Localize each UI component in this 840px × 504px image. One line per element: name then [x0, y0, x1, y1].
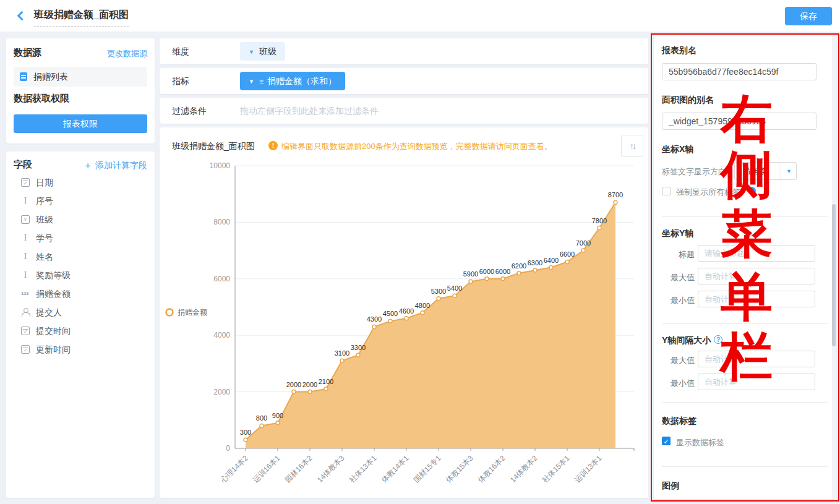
label-direction-value: 左倾斜 [735, 163, 779, 179]
datasource-panel: 数据源 更改数据源 捐赠列表 数据获取权限 报表权限 [6, 38, 155, 143]
field-item-serial[interactable]: I序号 [6, 192, 155, 210]
svg-text:8700: 8700 [608, 191, 623, 199]
dimension-row: 维度 ▼班级 [160, 38, 648, 64]
divider [662, 402, 828, 403]
data-label-title: 数据标签 [662, 416, 696, 427]
fields-panel: 字段 ＋添加计算字段 日期 I序号 班级 I学号 I姓名 I奖励等级 123捐赠… [6, 152, 155, 498]
svg-text:14体教本2: 14体教本2 [508, 453, 539, 484]
label-direction-select[interactable]: 左倾斜 ▼ [734, 162, 797, 180]
sort-icon[interactable]: ↑↓ [621, 135, 643, 157]
number-icon: 123 [21, 289, 30, 298]
info-icon[interactable] [748, 187, 756, 195]
svg-text:社体15本1: 社体15本1 [540, 453, 571, 484]
field-item-donation-amount[interactable]: 123捐赠金额 [6, 284, 155, 303]
svg-text:社体13本1: 社体13本1 [347, 453, 378, 484]
svg-text:5900: 5900 [463, 270, 478, 278]
show-data-label-checkbox[interactable]: ✓ [662, 437, 671, 445]
field-item-submitter[interactable]: 提交人 [6, 303, 155, 322]
svg-text:2100: 2100 [319, 378, 333, 385]
help-icon[interactable]: ? [714, 335, 722, 344]
svg-text:300: 300 [240, 429, 251, 436]
chevron-down-icon: ▼ [249, 79, 254, 85]
yaxis-max-input[interactable] [698, 268, 815, 284]
report-permission-button[interactable]: 报表权限 [14, 114, 147, 133]
divider [662, 216, 828, 217]
field-item-date[interactable]: 日期 [6, 173, 155, 192]
svg-text:6000: 6000 [495, 268, 510, 275]
force-labels-checkbox[interactable] [662, 187, 671, 195]
report-alias-input[interactable] [662, 63, 816, 80]
svg-text:6400: 6400 [544, 257, 559, 264]
filter-row[interactable]: 过滤条件 拖动左侧字段到此处来添加过滤条件 [160, 98, 648, 124]
top-header: 班级捐赠金额_面积图 保存 [0, 0, 840, 32]
svg-text:3300: 3300 [351, 344, 366, 351]
svg-text:10000: 10000 [210, 161, 231, 170]
text-icon: I [21, 252, 30, 261]
change-datasource-link[interactable]: 更改数据源 [107, 48, 147, 59]
svg-text:6300: 6300 [528, 259, 542, 267]
yaxis-caption-label: 标题 [662, 249, 695, 260]
interval-max-label: 最大值 [662, 355, 695, 366]
svg-text:3100: 3100 [335, 349, 349, 357]
interval-min-input[interactable] [698, 374, 815, 390]
svg-text:4800: 4800 [415, 302, 430, 309]
page-title: 班级捐赠金额_面积图 [34, 9, 129, 27]
svg-text:14体教本3: 14体教本3 [315, 453, 346, 484]
person-icon [21, 308, 30, 317]
fields-title: 字段 [14, 159, 32, 171]
save-button[interactable]: 保存 [785, 7, 832, 25]
svg-text:2000: 2000 [213, 388, 230, 396]
svg-text:8000: 8000 [213, 218, 230, 226]
svg-text:800: 800 [256, 414, 267, 422]
dimension-label: 维度 [172, 38, 189, 64]
svg-text:4000: 4000 [213, 331, 230, 340]
svg-text:4600: 4600 [399, 307, 414, 315]
svg-text:0: 0 [226, 444, 230, 453]
warning-text: 编辑界面只取数据源前200条作为查询数据预览，完整数据请访问页面查看。 [281, 141, 552, 152]
svg-text:6000: 6000 [479, 268, 494, 275]
calendar-icon [21, 327, 30, 335]
area-alias-label: 面积图的别名 [662, 95, 714, 106]
divider [662, 466, 828, 467]
field-item-name[interactable]: I姓名 [6, 247, 155, 266]
svg-text:5400: 5400 [447, 284, 462, 292]
field-item-update-time[interactable]: 更新时间 [6, 340, 155, 359]
back-icon[interactable] [17, 11, 27, 21]
datasource-item[interactable]: 捐赠列表 [14, 67, 147, 87]
settings-panel: 报表别名 面积图的别名 坐标X轴 标签文字显示方向 左倾斜 ▼ 强制显示所有标签… [654, 35, 836, 499]
document-icon [20, 72, 27, 81]
field-item-award-level[interactable]: I奖励等级 [6, 266, 155, 284]
area-alias-input[interactable] [662, 113, 816, 130]
field-item-submit-time[interactable]: 提交时间 [6, 322, 155, 340]
svg-text:体教15本3: 体教15本3 [444, 453, 475, 484]
yaxis-min-input[interactable] [698, 291, 815, 307]
yaxis-title: 坐标Y轴 [662, 228, 693, 239]
add-calc-field-link[interactable]: ＋添加计算字段 [83, 160, 147, 173]
filter-label: 过滤条件 [172, 98, 207, 124]
calendar-icon [21, 345, 30, 354]
svg-text:5300: 5300 [431, 288, 446, 295]
legend-title: 图例 [662, 481, 679, 492]
svg-text:4300: 4300 [367, 315, 382, 323]
svg-text:捐赠金额: 捐赠金额 [178, 308, 207, 317]
dimension-tag[interactable]: ▼班级 [240, 42, 285, 61]
scrollbar-thumb[interactable] [832, 204, 836, 346]
text-icon: I [21, 197, 30, 205]
chart-card: 班级捐赠金额_面积图 ! 编辑界面只取数据源前200条作为查询数据预览，完整数据… [160, 127, 648, 498]
chevron-down-icon: ▼ [249, 49, 254, 55]
plus-icon: ＋ [83, 160, 93, 171]
select-icon [21, 215, 30, 224]
field-item-class[interactable]: 班级 [6, 210, 155, 229]
field-item-student-id[interactable]: I学号 [6, 229, 155, 247]
area-chart: 0200040006000800010000300800900200020002… [160, 160, 642, 493]
metric-tag[interactable]: ▼≡捐赠金额（求和） [240, 72, 345, 90]
yaxis-caption-input[interactable] [698, 245, 815, 262]
force-labels-label: 强制显示所有标签 [676, 187, 740, 198]
svg-text:运训16本1: 运训16本1 [251, 453, 282, 484]
interval-max-input[interactable] [698, 351, 815, 367]
chevron-down-icon: ▼ [786, 168, 792, 174]
svg-text:6000: 6000 [213, 275, 230, 283]
warning-icon: ! [268, 141, 278, 150]
datasource-name: 捐赠列表 [33, 72, 68, 82]
svg-text:国财15专1: 国财15专1 [412, 453, 443, 484]
